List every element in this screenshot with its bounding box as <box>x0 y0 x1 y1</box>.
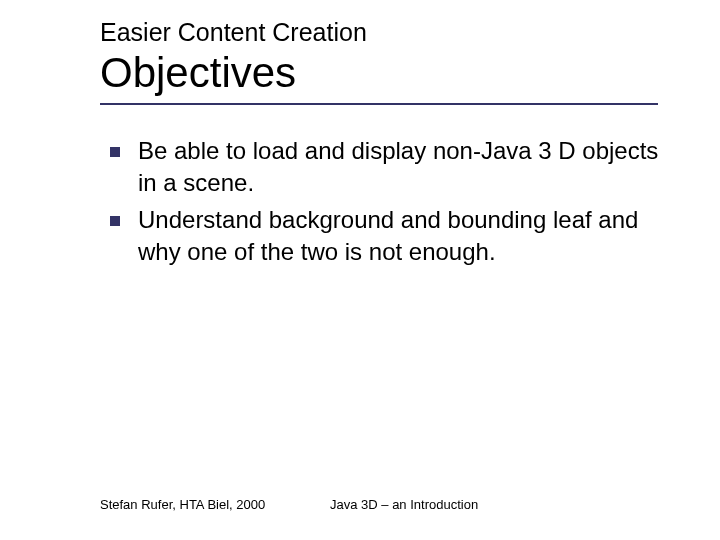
slide-title: Objectives <box>100 49 720 97</box>
title-underline <box>100 103 658 105</box>
footer-author: Stefan Rufer, HTA Biel, 2000 <box>100 497 330 512</box>
slide-footer: Stefan Rufer, HTA Biel, 2000 Java 3D – a… <box>100 497 680 512</box>
bullet-text: Understand background and bounding leaf … <box>138 206 638 265</box>
bullet-list: Be able to load and display non-Java 3 D… <box>100 135 720 269</box>
slide-subtitle: Easier Content Creation <box>100 18 720 47</box>
list-item: Be able to load and display non-Java 3 D… <box>138 135 720 200</box>
bullet-text: Be able to load and display non-Java 3 D… <box>138 137 658 196</box>
footer-course: Java 3D – an Introduction <box>330 497 478 512</box>
slide-container: Easier Content Creation Objectives Be ab… <box>0 0 720 540</box>
square-bullet-icon <box>110 147 120 157</box>
list-item: Understand background and bounding leaf … <box>138 204 720 269</box>
square-bullet-icon <box>110 216 120 226</box>
